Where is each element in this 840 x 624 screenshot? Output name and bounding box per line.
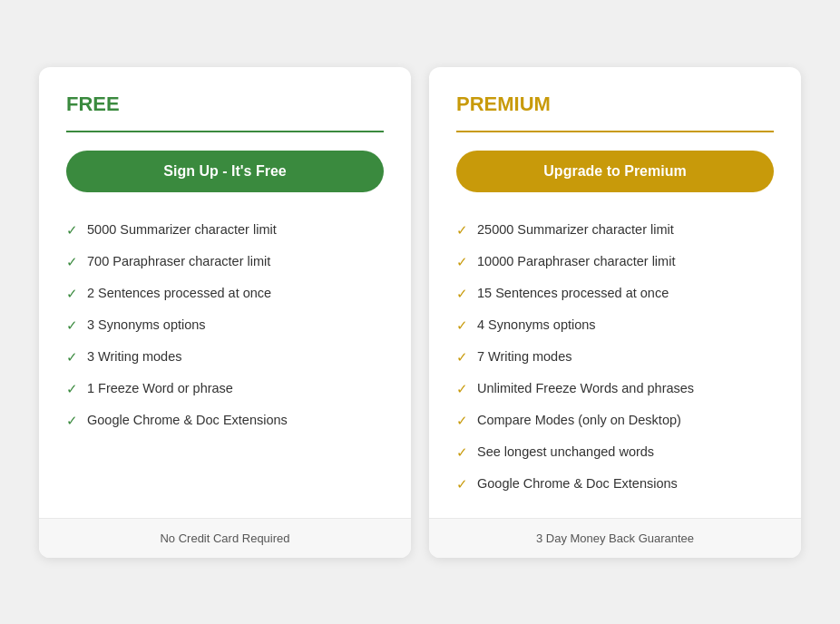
list-item: ✓ 3 Synonyms options [66,309,384,341]
list-item: ✓ 15 Sentences processed at once [456,278,774,309]
feature-text: 5000 Summarizer character limit [87,222,277,237]
premium-cta-button[interactable]: Upgrade to Premium [456,151,774,192]
feature-text: 2 Sentences processed at once [87,286,271,300]
feature-text: 700 Paraphraser character limit [87,254,270,268]
check-icon: ✓ [66,223,78,238]
check-icon: ✓ [456,318,468,333]
check-icon: ✓ [66,318,78,333]
free-card-footer: No Credit Card Required [39,518,411,558]
list-item: ✓ 2 Sentences processed at once [66,278,384,309]
list-item: ✓ 10000 Paraphraser character limit [456,246,774,278]
feature-text: 3 Writing modes [87,349,182,364]
check-icon: ✓ [456,287,468,301]
free-title-divider [66,131,384,132]
feature-text: 25000 Summarizer character limit [477,222,674,237]
check-icon: ✓ [456,223,468,238]
check-icon: ✓ [456,255,468,269]
check-icon: ✓ [66,255,78,269]
check-icon: ✓ [66,350,78,365]
feature-text: 7 Writing modes [477,349,572,364]
list-item: ✓ 7 Writing modes [456,341,774,373]
premium-card-body: PREMIUM Upgrade to Premium ✓ 25000 Summa… [429,67,801,518]
check-icon: ✓ [66,414,78,428]
premium-title-divider [456,131,774,132]
list-item: ✓ 700 Paraphraser character limit [66,246,384,278]
feature-text: Google Chrome & Doc Extensions [87,413,288,427]
premium-card: PREMIUM Upgrade to Premium ✓ 25000 Summa… [429,67,801,558]
feature-text: Google Chrome & Doc Extensions [477,476,678,491]
list-item: ✓ 25000 Summarizer character limit [456,214,774,246]
free-card-title: FREE [66,93,384,116]
free-feature-list: ✓ 5000 Summarizer character limit ✓ 700 … [66,214,384,436]
free-card: FREE Sign Up - It's Free ✓ 5000 Summariz… [39,67,411,558]
feature-text: Compare Modes (only on Desktop) [477,413,681,427]
feature-text: 1 Freeze Word or phrase [87,381,233,395]
free-card-body: FREE Sign Up - It's Free ✓ 5000 Summariz… [39,67,411,518]
list-item: ✓ 5000 Summarizer character limit [66,214,384,246]
feature-text: 4 Synonyms options [477,317,596,332]
feature-text: 10000 Paraphraser character limit [477,254,675,268]
free-cta-button[interactable]: Sign Up - It's Free [66,151,384,192]
check-icon: ✓ [456,477,468,492]
pricing-container: FREE Sign Up - It's Free ✓ 5000 Summariz… [17,45,823,580]
feature-text: 3 Synonyms options [87,317,206,332]
premium-card-title: PREMIUM [456,93,774,116]
check-icon: ✓ [66,287,78,301]
check-icon: ✓ [456,382,468,396]
feature-text: Unlimited Freeze Words and phrases [477,381,694,395]
feature-text: See longest unchanged words [477,444,654,459]
list-item: ✓ 3 Writing modes [66,341,384,373]
check-icon: ✓ [66,382,78,396]
list-item: ✓ Google Chrome & Doc Extensions [66,405,384,436]
list-item: ✓ Compare Modes (only on Desktop) [456,405,774,436]
list-item: ✓ See longest unchanged words [456,436,774,468]
list-item: ✓ Google Chrome & Doc Extensions [456,468,774,500]
check-icon: ✓ [456,445,468,460]
premium-feature-list: ✓ 25000 Summarizer character limit ✓ 100… [456,214,774,500]
list-item: ✓ 4 Synonyms options [456,309,774,341]
list-item: ✓ Unlimited Freeze Words and phrases [456,373,774,405]
check-icon: ✓ [456,350,468,365]
list-item: ✓ 1 Freeze Word or phrase [66,373,384,405]
premium-card-footer: 3 Day Money Back Guarantee [429,518,801,558]
check-icon: ✓ [456,414,468,428]
feature-text: 15 Sentences processed at once [477,286,669,300]
